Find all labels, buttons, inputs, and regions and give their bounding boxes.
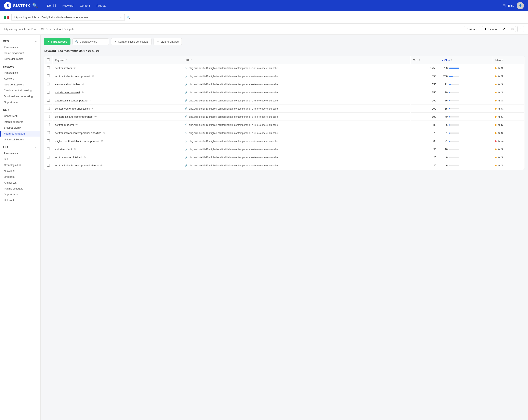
url-link-icon-0: 🔗 (185, 67, 187, 69)
click-num-0: 758 (442, 67, 448, 70)
grid-icon[interactable]: ⊞ (503, 3, 506, 8)
more-button[interactable]: ⋮ (517, 26, 524, 32)
eye-icon-4[interactable]: 👁 (90, 99, 92, 102)
row-checkbox-5[interactable] (47, 107, 50, 110)
volume-cell-1: 850 (411, 72, 439, 80)
eye-icon-6[interactable]: 👁 (94, 115, 97, 118)
intent-text-2: Kn.S. (498, 83, 504, 86)
sidebar-item-seo-panoramica[interactable]: Panoramica (0, 44, 40, 50)
sidebar-item-serp-concorrenti[interactable]: Concorrenti (0, 113, 40, 119)
url-link-icon-10: 🔗 (185, 148, 187, 150)
intent-dot-2 (495, 84, 496, 85)
filter-button[interactable]: ＋ Filtra adesso (44, 38, 71, 45)
feature2-label: SERP Features (160, 40, 179, 43)
sidebar-item-link-pagine[interactable]: Pagine collegate (0, 186, 40, 192)
sidebar-item-serp-featured[interactable]: Featured Snippets (0, 131, 40, 136)
sidebar-item-link-anchor[interactable]: Anchor text (0, 180, 40, 186)
sidebar-section-seo-header[interactable]: SEO ▲ (0, 38, 40, 44)
sidebar-section-link-header[interactable]: Link ▲ (0, 144, 40, 150)
sidebar-item-serp-universal[interactable]: Universal Search (0, 136, 40, 142)
row-checkbox-9[interactable] (47, 139, 50, 142)
select-all-checkbox[interactable] (47, 58, 50, 61)
eye-icon-5[interactable]: 👁 (92, 107, 94, 110)
row-checkbox-12[interactable] (47, 164, 50, 167)
nav-domini[interactable]: Domini (44, 2, 59, 9)
col-volume[interactable]: Vo... ? (411, 57, 439, 64)
keyword-cell-3: autori contemporanei 👁 (55, 91, 179, 94)
sidebar-item-kw-keyword[interactable]: Keyword (0, 76, 40, 81)
row-checkbox-2[interactable] (47, 83, 50, 85)
breadcrumb-sep2: › (50, 28, 51, 31)
sidebar-item-kw-cambiamenti[interactable]: Cambiamenti di ranking (0, 88, 40, 93)
url-help-icon[interactable]: ? (191, 59, 192, 61)
sidebar-item-serp-snippet[interactable]: Snippet SERP (0, 125, 40, 131)
sidebar-item-kw-idee[interactable]: Idee per keyword (0, 81, 40, 88)
eye-icon-11[interactable]: 👁 (84, 156, 86, 159)
keyword-search-container[interactable]: 🔍 (72, 38, 109, 45)
nav-content[interactable]: Content (77, 2, 93, 9)
sidebar-item-link-panoramica[interactable]: Panoramica (0, 150, 40, 156)
vol-help-icon[interactable]: ? (419, 59, 420, 61)
options-button[interactable]: Opzioni ▾ (464, 26, 480, 32)
eye-icon-8[interactable]: 👁 (103, 131, 106, 135)
sidebar-section-serp-header[interactable]: SERP (0, 107, 40, 113)
eye-icon-12[interactable]: 👁 (100, 164, 103, 167)
click-cell-6: 40 (442, 115, 490, 118)
row-checkbox-11[interactable] (47, 156, 50, 159)
sidebar-item-seo-traffico[interactable]: Stima del traffico (0, 56, 40, 62)
row-checkbox-7[interactable] (47, 123, 50, 126)
url-link-icon-12: 🔗 (185, 164, 187, 167)
eye-icon-10[interactable]: 👁 (73, 148, 76, 151)
sidebar-item-link-rotti[interactable]: Link rotti (0, 197, 40, 203)
col-click[interactable]: ▼ Click ? (439, 57, 492, 64)
intent-dot-0 (495, 67, 496, 69)
avatar: 👤 (517, 2, 524, 9)
eye-icon-0[interactable]: 👁 (73, 67, 76, 70)
col-keyword[interactable]: Keyword ? (53, 57, 182, 64)
sidebar-item-link-link[interactable]: Link (0, 156, 40, 162)
share-button[interactable]: ↗ (501, 26, 507, 32)
keyword-help-icon[interactable]: ? (66, 59, 68, 61)
eye-icon-9[interactable]: 👁 (101, 140, 103, 143)
table-heading-text: Keyword - Sto mostrando da 1 a 24 su 24 (44, 49, 99, 53)
export-button[interactable]: ⬇ Esporta (482, 26, 499, 32)
row-checkbox-10[interactable] (47, 148, 50, 150)
sidebar-item-kw-panoramica[interactable]: Panoramica (0, 70, 40, 76)
row-checkbox-3[interactable] (47, 91, 50, 93)
eye-icon-7[interactable]: 👁 (75, 123, 78, 126)
url-text-9: blog.audible.it/i-10-migliori-scrittori-… (189, 140, 278, 143)
breadcrumb-home[interactable]: https://blog.audible.it/i-10-mi (4, 28, 37, 31)
sidebar-item-link-persi[interactable]: Link persi (0, 174, 40, 180)
row-checkbox-4[interactable] (47, 99, 50, 102)
eye-icon-1[interactable]: 👁 (92, 75, 94, 78)
sidebar-item-serp-intento[interactable]: Intento di ricerca (0, 119, 40, 125)
row-checkbox-8[interactable] (47, 131, 50, 134)
breadcrumb-serp[interactable]: SERP (41, 28, 48, 31)
keyword-search-input[interactable] (80, 40, 107, 43)
sidebar-item-link-cronologia[interactable]: Cronologia link (0, 162, 40, 168)
row-checkbox-1[interactable] (47, 74, 50, 77)
click-help-icon[interactable]: ? (451, 59, 453, 61)
row-checkbox-0[interactable] (47, 66, 50, 69)
sidebar-item-kw-opportunita[interactable]: Opportunità (0, 99, 40, 105)
eye-icon-2[interactable]: 👁 (82, 83, 84, 86)
feature1-button[interactable]: ＋ Caratteristiche dei risultati (111, 38, 152, 45)
feature2-button[interactable]: ＋ SERP Features (154, 38, 182, 45)
sidebar-item-link-nuovi[interactable]: Nuovi link (0, 168, 40, 174)
sidebar-item-kw-distribuzione[interactable]: Distribuzione del ranking (0, 93, 40, 99)
nav-progetti[interactable]: Progetti (93, 2, 109, 9)
search-button[interactable]: 🔍 (125, 15, 132, 20)
eye-icon-3[interactable]: 👁 (82, 91, 84, 94)
click-num-9: 21 (442, 140, 448, 143)
row-checkbox-6[interactable] (47, 115, 50, 118)
url-input-container[interactable]: https://blog.audible.it/i-10-migliori-sc… (11, 14, 125, 21)
nav-keyword[interactable]: Keyword (59, 2, 77, 9)
click-num-2: 111 (442, 83, 448, 86)
keyword-text-4: autori italiani contemporanei (55, 99, 88, 102)
sidebar-item-link-opportunita[interactable]: Opportunità (0, 192, 40, 197)
sidebar-section-keyword-header[interactable]: Keyword (0, 64, 40, 70)
click-bar-bg-8 (449, 133, 459, 134)
logo-text: SISTRIX (13, 3, 30, 8)
sidebar-item-seo-visibilita[interactable]: Indice di Visibilità (0, 50, 40, 56)
bookmark-button[interactable]: 📖 (509, 26, 516, 32)
